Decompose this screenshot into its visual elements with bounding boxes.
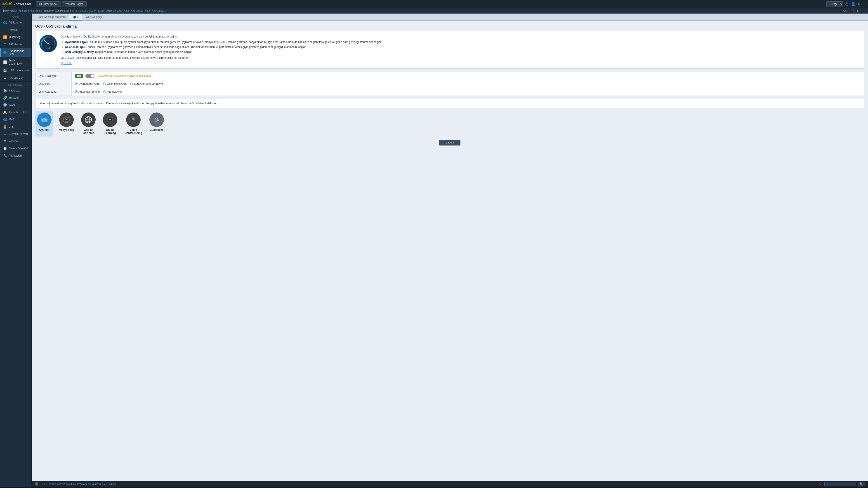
fw-value[interactable]: 3.0.0.4.386_25224 [75,9,96,12]
svg-text:QoS: QoS [46,47,50,49]
bullet2: Geleneksel QoS , öncelik tanınan uygulam… [65,45,861,49]
category-oyunlar[interactable]: Oyunlar [35,111,53,136]
info-text: Quality of Service (QoS), öncelik tanına… [61,35,861,65]
sidebar-label-wan: WAN [8,103,15,107]
category-oyunlar-label: Oyunlar [39,128,49,131]
sidebar-item-ipv6[interactable]: 🌐 IPv6 [0,116,31,123]
svg-point-10 [45,119,46,120]
footer-search-button[interactable]: 🔍 [858,482,865,486]
ssid3[interactable]: Asus_AX66005G-2 [145,9,166,12]
sidebar-item-yerel-ag[interactable]: 🔗 Yerel Ağ [0,94,31,101]
qos-faq-link[interactable]: QoS FAQ [61,62,72,65]
radio-auto-label: Automatic Setting [79,90,100,93]
footer: ? Help & Destek Kılavuz | Yardımcı Progr… [32,481,868,487]
intro-text: Quality of Service (QoS), öncelik tanına… [61,35,861,39]
user-icon[interactable]: 👤 [851,2,856,6]
logout-button[interactable]: Oturumu Kapat [36,1,61,7]
footer-link-geri-bildirim[interactable]: Geri Bildirim [102,483,116,485]
language-select[interactable]: Türkçe [827,1,843,7]
sidebar-item-aicloud[interactable]: ☁ AiCloud 2.0 [0,74,31,81]
sidebar-label-aiprotection: AiProtection [8,43,23,46]
ipv6-icon: 🌐 [3,118,7,122]
footer-link-yardimci[interactable]: Yardımcı Program [67,483,87,485]
footer-link-kilavuz[interactable]: Kılavuz [57,483,65,485]
sidebar-item-aiprotection[interactable]: 🛡 AiProtection [0,41,31,48]
radio-manuel[interactable]: Manüel Ayar [103,90,122,93]
faq-label: FAQ [817,483,823,485]
radio-uyarlanabilir[interactable]: Uyarlanabilir QoS [75,82,100,86]
tab-qos[interactable]: QoS [69,13,82,21]
infobar-share-icon[interactable]: ↗ [862,9,865,13]
sidebar-label-alexa: Alexa & IFTTT [8,111,26,114]
app-label[interactable]: App [843,9,848,13]
sidebar-item-usb[interactable]: 💾 USB uygulaması [0,67,31,74]
svg-rect-17 [65,122,68,122]
sidebar-label-yonetim: Yönetim [8,140,19,143]
radio-geleneksel[interactable]: Geleneksel QoS [103,82,127,86]
category-medya[interactable]: Medya akışı [57,111,76,136]
sidebar-item-aimesh[interactable]: ⬡ AiMesh [0,26,31,33]
toggle-thumb [91,74,94,77]
infobar-monitor-icon[interactable]: 🖥 [857,9,860,13]
category-customize[interactable]: Customize [148,111,166,136]
qos-type-radio-group: Uyarlanabilir QoS Geleneksel QoS Bant Ge… [75,82,163,86]
mode-value[interactable]: Kablosuz Yönlendirici [19,9,42,12]
sidebar-item-sistem-gunlugu[interactable]: 📋 Sistem Günlüğü [0,145,31,152]
sidebar-item-kablosuz[interactable]: 📡 Kablosuz [0,87,31,94]
info-box: QoS 0 ∞ Quality of Service (QoS), önceli… [35,31,864,69]
ssid1[interactable]: Asus_AX6600 [106,9,122,12]
sidebar-item-alexa[interactable]: 🔔 Alexa & IFTTT [0,109,31,116]
share-icon[interactable]: ↗ [863,2,866,6]
radio-auto[interactable]: Automatic Setting [75,90,100,93]
bullet3-text: Ağınıza bağlı istemcilerin indirme ve yü… [97,51,192,54]
category-web[interactable]: Web'de Gezinme [79,111,97,136]
sidebar-item-misafir-agi[interactable]: 📶 Misafir Ağı [0,33,31,41]
tab-web-gecmisi[interactable]: Web Geçmişi [82,13,105,21]
footer-search-input[interactable] [825,482,856,486]
infobar-phone-icon[interactable]: 📱 [850,9,855,13]
ag-esleme-icon: 🌐 [3,21,7,25]
category-medya-label: Medya akışı [59,128,74,131]
qos-toggle[interactable] [86,74,94,78]
restart-button[interactable]: Yeniden Başlat [62,1,87,7]
qos-categories: Oyunlar Medya akışı [35,111,864,136]
monitor-icon[interactable]: 🖥 [857,2,861,6]
limit-label: Limit Ayarlama [35,88,72,96]
category-online-learning[interactable]: Online Learning [101,111,119,136]
sidebar-item-uyarlanabilir-qos[interactable]: 🔵 Uyarlanabilir QoS [0,48,31,57]
bullet1: Uyarlanabilir QoS , ön tanımlı, sürükle-… [65,40,861,44]
help-area: ? Help & Destek [35,482,56,486]
apply-button[interactable]: Uygula [439,140,460,145]
help-label[interactable]: Help & Destek [40,483,56,485]
sidebar-item-ag-araclari[interactable]: 🔧 Ağ Araçları [0,152,31,159]
category-online-learning-label: Online Learning [104,128,116,135]
product-name: ZenWiFi AX [13,2,31,6]
svg-point-11 [46,120,47,121]
category-video-conf[interactable]: Video Conferencing [123,111,144,136]
sidebar-item-trafik[interactable]: 📊 Trafik Çözümleyici [0,57,31,67]
bullet3-title: Bant Genişliği Sınırlayıcı [65,51,97,54]
sidebar-label-misafir-agi: Misafir Ağı [8,35,21,39]
qos-type-label: QoS Türü [35,80,72,88]
footer-link-urun-kaydi[interactable]: Ürün Kaydı [88,483,101,485]
svg-rect-9 [42,120,43,120]
speedometer-icon: QoS 0 ∞ [39,35,57,53]
sidebar-item-guvenlik[interactable]: 🛡 Güvenlik Duvarı [0,130,31,138]
misafir-agi-icon: 📶 [3,35,7,39]
bullet1-title: Uyarlanabilir QoS [65,40,88,43]
sidebar-item-ag-esleme[interactable]: 🌐 Ağ Eşleme [0,19,31,26]
ssid2[interactable]: Asus_AX66005G [124,9,143,12]
sidebar-item-yonetim[interactable]: ⚙ Yönetim [0,138,31,145]
radio-geleneksel-dot [103,83,106,85]
category-web-label: Web'de Gezinme [83,128,94,135]
category-video-conf-label: Video Conferencing [125,128,142,135]
app-icon[interactable]: 📱 [845,2,849,6]
page-content: QoS - QoS yapılandırma [32,21,868,481]
sidebar-item-vpn[interactable]: 🔒 VPN [0,123,31,130]
tab-bant-genisligi[interactable]: Bant Genişliği Monitörü [34,13,69,21]
sidebar-item-wan[interactable]: 🌍 WAN [0,101,31,109]
svg-point-13 [45,121,46,121]
top-bar-right: Türkçe 📱 👤 🖥 ↗ [827,1,866,7]
trafik-icon: 📊 [3,60,7,64]
radio-bant-sinir[interactable]: Bant Genişliği Sınırlayıcı [130,82,163,86]
